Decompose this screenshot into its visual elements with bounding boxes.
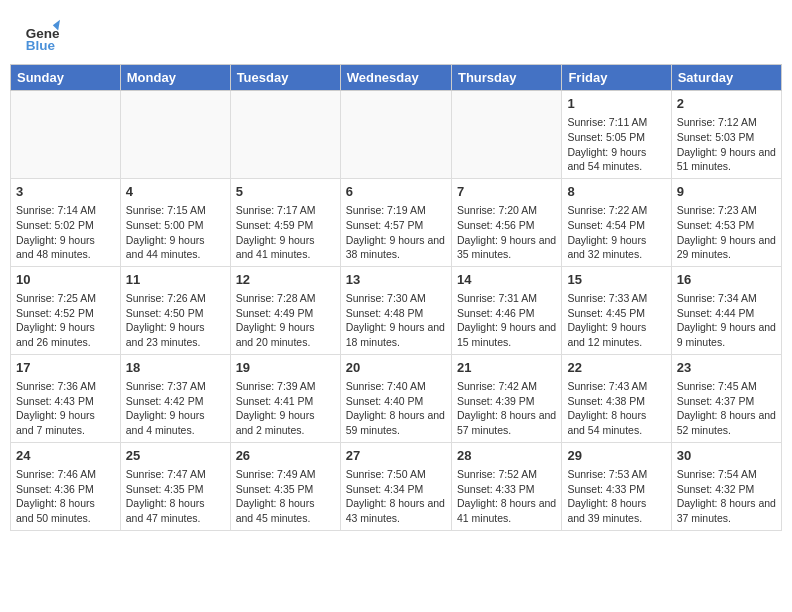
day-number: 6: [346, 183, 446, 201]
day-info: Sunrise: 7:31 AM Sunset: 4:46 PM Dayligh…: [457, 291, 556, 350]
day-cell: 14Sunrise: 7:31 AM Sunset: 4:46 PM Dayli…: [451, 266, 561, 354]
day-cell: 26Sunrise: 7:49 AM Sunset: 4:35 PM Dayli…: [230, 442, 340, 530]
day-cell: 3Sunrise: 7:14 AM Sunset: 5:02 PM Daylig…: [11, 178, 121, 266]
day-cell: 17Sunrise: 7:36 AM Sunset: 4:43 PM Dayli…: [11, 354, 121, 442]
week-row-5: 24Sunrise: 7:46 AM Sunset: 4:36 PM Dayli…: [11, 442, 782, 530]
calendar-body: 1Sunrise: 7:11 AM Sunset: 5:05 PM Daylig…: [11, 91, 782, 531]
day-info: Sunrise: 7:46 AM Sunset: 4:36 PM Dayligh…: [16, 467, 115, 526]
day-number: 11: [126, 271, 225, 289]
day-number: 2: [677, 95, 776, 113]
week-row-2: 3Sunrise: 7:14 AM Sunset: 5:02 PM Daylig…: [11, 178, 782, 266]
day-info: Sunrise: 7:12 AM Sunset: 5:03 PM Dayligh…: [677, 115, 776, 174]
day-number: 29: [567, 447, 665, 465]
day-info: Sunrise: 7:42 AM Sunset: 4:39 PM Dayligh…: [457, 379, 556, 438]
day-info: Sunrise: 7:26 AM Sunset: 4:50 PM Dayligh…: [126, 291, 225, 350]
weekday-header-wednesday: Wednesday: [340, 65, 451, 91]
day-info: Sunrise: 7:50 AM Sunset: 4:34 PM Dayligh…: [346, 467, 446, 526]
day-cell: 27Sunrise: 7:50 AM Sunset: 4:34 PM Dayli…: [340, 442, 451, 530]
day-info: Sunrise: 7:34 AM Sunset: 4:44 PM Dayligh…: [677, 291, 776, 350]
day-number: 17: [16, 359, 115, 377]
day-number: 24: [16, 447, 115, 465]
day-info: Sunrise: 7:25 AM Sunset: 4:52 PM Dayligh…: [16, 291, 115, 350]
day-cell: 6Sunrise: 7:19 AM Sunset: 4:57 PM Daylig…: [340, 178, 451, 266]
day-info: Sunrise: 7:22 AM Sunset: 4:54 PM Dayligh…: [567, 203, 665, 262]
weekday-row: SundayMondayTuesdayWednesdayThursdayFrid…: [11, 65, 782, 91]
day-cell: [340, 91, 451, 179]
weekday-header-thursday: Thursday: [451, 65, 561, 91]
weekday-header-tuesday: Tuesday: [230, 65, 340, 91]
day-info: Sunrise: 7:17 AM Sunset: 4:59 PM Dayligh…: [236, 203, 335, 262]
weekday-header-sunday: Sunday: [11, 65, 121, 91]
weekday-header-friday: Friday: [562, 65, 671, 91]
day-info: Sunrise: 7:11 AM Sunset: 5:05 PM Dayligh…: [567, 115, 665, 174]
day-number: 1: [567, 95, 665, 113]
day-number: 3: [16, 183, 115, 201]
day-cell: 16Sunrise: 7:34 AM Sunset: 4:44 PM Dayli…: [671, 266, 781, 354]
day-cell: 23Sunrise: 7:45 AM Sunset: 4:37 PM Dayli…: [671, 354, 781, 442]
day-info: Sunrise: 7:43 AM Sunset: 4:38 PM Dayligh…: [567, 379, 665, 438]
day-info: Sunrise: 7:15 AM Sunset: 5:00 PM Dayligh…: [126, 203, 225, 262]
day-info: Sunrise: 7:28 AM Sunset: 4:49 PM Dayligh…: [236, 291, 335, 350]
day-cell: [11, 91, 121, 179]
day-number: 28: [457, 447, 556, 465]
day-number: 16: [677, 271, 776, 289]
day-cell: 22Sunrise: 7:43 AM Sunset: 4:38 PM Dayli…: [562, 354, 671, 442]
svg-text:Blue: Blue: [26, 38, 56, 53]
day-number: 14: [457, 271, 556, 289]
day-cell: 20Sunrise: 7:40 AM Sunset: 4:40 PM Dayli…: [340, 354, 451, 442]
day-cell: 30Sunrise: 7:54 AM Sunset: 4:32 PM Dayli…: [671, 442, 781, 530]
day-info: Sunrise: 7:14 AM Sunset: 5:02 PM Dayligh…: [16, 203, 115, 262]
day-cell: 8Sunrise: 7:22 AM Sunset: 4:54 PM Daylig…: [562, 178, 671, 266]
day-cell: 29Sunrise: 7:53 AM Sunset: 4:33 PM Dayli…: [562, 442, 671, 530]
day-number: 20: [346, 359, 446, 377]
day-info: Sunrise: 7:19 AM Sunset: 4:57 PM Dayligh…: [346, 203, 446, 262]
week-row-4: 17Sunrise: 7:36 AM Sunset: 4:43 PM Dayli…: [11, 354, 782, 442]
day-cell: 4Sunrise: 7:15 AM Sunset: 5:00 PM Daylig…: [120, 178, 230, 266]
calendar-header: SundayMondayTuesdayWednesdayThursdayFrid…: [11, 65, 782, 91]
day-info: Sunrise: 7:52 AM Sunset: 4:33 PM Dayligh…: [457, 467, 556, 526]
day-info: Sunrise: 7:37 AM Sunset: 4:42 PM Dayligh…: [126, 379, 225, 438]
day-number: 7: [457, 183, 556, 201]
day-number: 15: [567, 271, 665, 289]
day-info: Sunrise: 7:30 AM Sunset: 4:48 PM Dayligh…: [346, 291, 446, 350]
day-cell: 21Sunrise: 7:42 AM Sunset: 4:39 PM Dayli…: [451, 354, 561, 442]
logo: General Blue: [24, 18, 64, 54]
day-cell: [230, 91, 340, 179]
day-number: 30: [677, 447, 776, 465]
weekday-header-monday: Monday: [120, 65, 230, 91]
day-cell: 24Sunrise: 7:46 AM Sunset: 4:36 PM Dayli…: [11, 442, 121, 530]
calendar-wrap: SundayMondayTuesdayWednesdayThursdayFrid…: [0, 64, 792, 541]
day-number: 4: [126, 183, 225, 201]
day-number: 10: [16, 271, 115, 289]
day-cell: [120, 91, 230, 179]
day-info: Sunrise: 7:49 AM Sunset: 4:35 PM Dayligh…: [236, 467, 335, 526]
logo-icon: General Blue: [24, 18, 60, 54]
day-info: Sunrise: 7:23 AM Sunset: 4:53 PM Dayligh…: [677, 203, 776, 262]
day-cell: 15Sunrise: 7:33 AM Sunset: 4:45 PM Dayli…: [562, 266, 671, 354]
day-info: Sunrise: 7:36 AM Sunset: 4:43 PM Dayligh…: [16, 379, 115, 438]
day-cell: 11Sunrise: 7:26 AM Sunset: 4:50 PM Dayli…: [120, 266, 230, 354]
day-cell: 5Sunrise: 7:17 AM Sunset: 4:59 PM Daylig…: [230, 178, 340, 266]
day-cell: 2Sunrise: 7:12 AM Sunset: 5:03 PM Daylig…: [671, 91, 781, 179]
day-number: 25: [126, 447, 225, 465]
day-number: 8: [567, 183, 665, 201]
day-info: Sunrise: 7:20 AM Sunset: 4:56 PM Dayligh…: [457, 203, 556, 262]
day-number: 18: [126, 359, 225, 377]
day-number: 9: [677, 183, 776, 201]
day-number: 13: [346, 271, 446, 289]
day-info: Sunrise: 7:47 AM Sunset: 4:35 PM Dayligh…: [126, 467, 225, 526]
day-cell: 9Sunrise: 7:23 AM Sunset: 4:53 PM Daylig…: [671, 178, 781, 266]
week-row-3: 10Sunrise: 7:25 AM Sunset: 4:52 PM Dayli…: [11, 266, 782, 354]
day-cell: 25Sunrise: 7:47 AM Sunset: 4:35 PM Dayli…: [120, 442, 230, 530]
weekday-header-saturday: Saturday: [671, 65, 781, 91]
day-info: Sunrise: 7:40 AM Sunset: 4:40 PM Dayligh…: [346, 379, 446, 438]
day-cell: 7Sunrise: 7:20 AM Sunset: 4:56 PM Daylig…: [451, 178, 561, 266]
day-info: Sunrise: 7:53 AM Sunset: 4:33 PM Dayligh…: [567, 467, 665, 526]
day-number: 21: [457, 359, 556, 377]
day-cell: 13Sunrise: 7:30 AM Sunset: 4:48 PM Dayli…: [340, 266, 451, 354]
day-number: 26: [236, 447, 335, 465]
day-info: Sunrise: 7:39 AM Sunset: 4:41 PM Dayligh…: [236, 379, 335, 438]
week-row-1: 1Sunrise: 7:11 AM Sunset: 5:05 PM Daylig…: [11, 91, 782, 179]
day-number: 12: [236, 271, 335, 289]
page-header: General Blue: [0, 0, 792, 64]
